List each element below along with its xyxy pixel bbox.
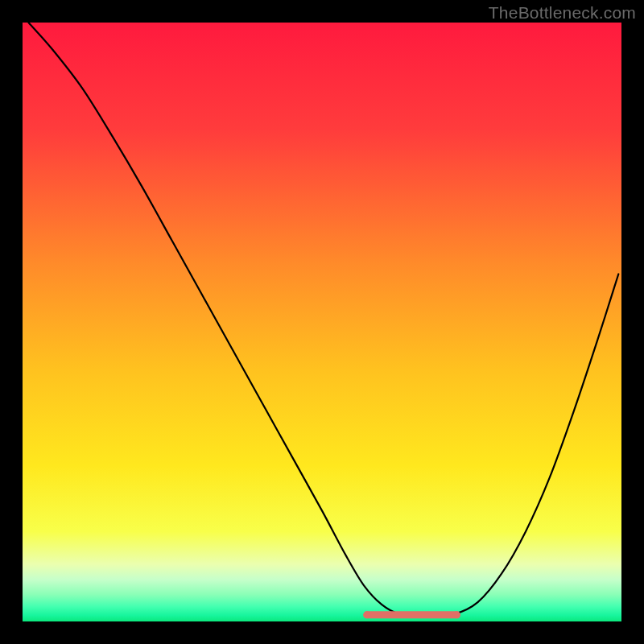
plot-area (23, 23, 621, 621)
gradient-background (23, 23, 621, 621)
chart-frame: TheBottleneck.com (0, 0, 644, 644)
optimal-range-end-left (363, 611, 370, 618)
optimal-range-marker (363, 611, 460, 618)
chart-svg (23, 23, 621, 621)
optimal-range-end-right (453, 611, 460, 618)
watermark-text: TheBottleneck.com (489, 3, 636, 23)
